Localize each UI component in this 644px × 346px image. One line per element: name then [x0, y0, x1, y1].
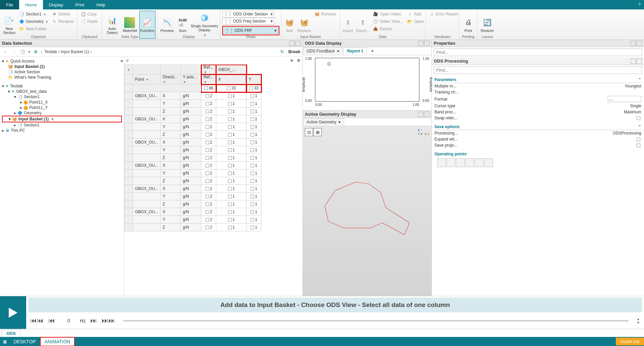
table-row[interactable]: Zg/N211 — [125, 200, 261, 208]
tree-gbox-data[interactable]: ▾✕GBOX_test_data — [2, 89, 122, 94]
cursor-type-value[interactable]: Single — [630, 104, 641, 108]
tab-display[interactable]: Display — [43, 0, 70, 9]
remove-basket-button[interactable]: 🧺Remove — [313, 11, 337, 17]
table-row[interactable]: GBOX_OU...Xg/N211 — [125, 92, 261, 100]
add-col-icon[interactable]: ＋ — [289, 57, 294, 64]
collapse-tree[interactable]: ◂ — [120, 58, 123, 63]
ods-freq-dropdown[interactable]: ⋮⋮ ODS Freq Section▾ — [222, 18, 274, 25]
table-row[interactable]: GBOX_OU...Xg/N211 — [125, 185, 261, 193]
filter-icon[interactable]: ▿ — [126, 58, 129, 63]
open-data-button[interactable]: 📂Open — [406, 18, 425, 25]
tab-help[interactable]: Help — [90, 0, 111, 9]
collapse-params[interactable]: ⌃ — [638, 77, 641, 82]
tree-this-pc[interactable]: ▸🖥This PC — [2, 128, 122, 133]
delete-button[interactable]: ✖Delete — [50, 11, 75, 17]
table-row[interactable]: GBOX_OU...Xg/N211 — [125, 162, 261, 169]
active-geometry-dropdown[interactable]: Active Geometry ▾ — [303, 118, 344, 125]
ag-hbtn-2[interactable] — [424, 112, 429, 117]
status-grid-icon[interactable]: ▦ — [0, 337, 9, 346]
tab-file[interactable]: File — [0, 0, 19, 9]
tree-p11x[interactable]: ▸⬤Point11_X — [2, 100, 122, 105]
rename-button[interactable]: ✎Rename — [50, 18, 75, 25]
reload-icon[interactable]: ↻ — [279, 48, 286, 55]
ag-hbtn-1[interactable] — [418, 112, 423, 117]
table-row[interactable]: Yg/N211 — [125, 169, 261, 177]
prev-button[interactable]: ⏮ — [48, 317, 55, 324]
gear-icon[interactable]: ⚙ — [297, 58, 301, 63]
odsp-hbtn-1[interactable] — [631, 59, 636, 64]
rewind-button[interactable]: ⏮⏮ — [30, 317, 44, 324]
ods-frf-dropdown[interactable]: ⋮⋮ ODS FRF▾ — [224, 27, 278, 34]
breadcrumb-path[interactable]: Testlab › Input Basket (1) › — [44, 49, 277, 54]
table-row[interactable]: Yg/N211 — [125, 100, 261, 108]
help-icon[interactable]: ? — [635, 0, 644, 9]
tab-home[interactable]: Home — [19, 0, 43, 9]
paste-button[interactable]: 📄Paste — [79, 18, 99, 25]
copy-button[interactable]: 📋Copy — [79, 11, 99, 17]
multiple-m-value[interactable]: Youngest — [625, 84, 641, 88]
ods-hbtn-2[interactable] — [424, 41, 429, 46]
bottom-tab-ods[interactable]: ODS — [1, 330, 21, 337]
panel-btn-2[interactable] — [295, 41, 301, 46]
section-dropdown[interactable]: 📑Section1 — [18, 11, 49, 17]
tab-add[interactable]: ＋ — [368, 47, 377, 55]
tree-ib-section1[interactable]: ▸📑Section1 — [2, 122, 122, 128]
collapse-save[interactable]: ⌃ — [638, 124, 641, 129]
tree-input-basket[interactable]: 🧺Input Basket (1) — [2, 64, 122, 69]
table-row[interactable]: GBOX_OU...Xg/N211 — [125, 139, 261, 146]
status-desktop[interactable]: DESKTOP — [9, 338, 40, 346]
prop-hbtn-1[interactable] — [631, 41, 636, 46]
refresh-history-icon[interactable]: 🕐 — [19, 48, 26, 55]
add-data-button[interactable]: ＋Add — [406, 11, 425, 17]
open-video-button[interactable]: 🎥Open Video — [372, 11, 405, 17]
home-icon[interactable]: 🖥 — [32, 48, 39, 55]
prop-hbtn-2[interactable] — [637, 41, 642, 46]
table-row[interactable]: Zg/N211 — [125, 154, 261, 162]
geometry-dropdown[interactable]: 🔷Geometry — [18, 18, 49, 25]
table-row[interactable]: Yg/N211 — [125, 123, 261, 131]
ods-order-dropdown[interactable]: ⋮⋮ ODS Order Section▾ — [222, 11, 274, 17]
table-row[interactable]: Zg/N211 — [125, 177, 261, 185]
properties-find-input[interactable] — [434, 48, 642, 56]
table-row[interactable]: Yg/N211 — [125, 193, 261, 200]
tree-testlab[interactable]: ▾✕Testlab — [2, 83, 122, 89]
extract-button[interactable]: 📤Extract — [372, 26, 405, 32]
play-button[interactable] — [0, 296, 26, 329]
video-time-button[interactable]: 🕐Video Time... — [372, 18, 405, 25]
ods-hbtn-1[interactable] — [418, 41, 423, 46]
tab-report1[interactable]: Report 1 — [343, 47, 367, 54]
tab-print[interactable]: Print — [69, 0, 90, 9]
table-row[interactable]: Zg/N211 — [125, 108, 261, 115]
geometry-canvas[interactable]: ⊡ ⊞ z ↑ x ↙ ↘ y — [303, 126, 431, 296]
tab-ods-frontback[interactable]: ODS FrontBack ▾ — [303, 47, 343, 54]
op-icon-4[interactable] — [465, 158, 474, 167]
panel-btn-1[interactable] — [289, 41, 294, 46]
add-row-icon[interactable]: ＋ — [127, 67, 131, 72]
playback-slider[interactable] — [123, 320, 629, 321]
table-row[interactable]: Zg/N211 — [125, 224, 261, 231]
chart-box[interactable]: 1.00 0.00 1.00 0.00 0.00 1.00 — [315, 58, 419, 102]
op-icon-3[interactable] — [456, 158, 465, 167]
ods-processing-find-input[interactable] — [434, 66, 642, 74]
swap-check[interactable] — [637, 116, 640, 120]
tree-active-section[interactable]: 📑Active Section — [2, 69, 122, 75]
guide-me-button[interactable]: Guide me — [616, 338, 644, 345]
table-row[interactable]: Yg/N211 — [125, 216, 261, 224]
back-icon[interactable]: ← — [2, 48, 9, 55]
error-report-button[interactable]: ⚠Error Report — [428, 11, 459, 17]
tree-input-basket-hl[interactable]: ▾🧺Input Basket (1)↖ — [2, 116, 122, 122]
band-proc-value[interactable]: Maximum — [624, 110, 641, 114]
tree-section1[interactable]: ▾📑Section1 — [2, 94, 122, 100]
fastfwd-button[interactable]: ⏭⏭ — [102, 317, 115, 324]
table-row[interactable]: Yg/N211 — [125, 146, 261, 154]
processing-value[interactable]: ODSProcessing — [613, 131, 641, 136]
table-row[interactable]: GBOX_OU...Xg/N211 — [125, 208, 261, 216]
table-row[interactable]: Zg/N211 — [125, 131, 261, 139]
op-icon-1[interactable] — [437, 158, 446, 167]
op-icon-5[interactable] — [475, 158, 484, 167]
table-row[interactable]: GBOX_OU...Xg/N211 — [125, 115, 261, 123]
format-input[interactable] — [608, 96, 641, 102]
right-arrows[interactable]: ▲▼ — [637, 317, 640, 324]
status-animation[interactable]: ANIMATION — [40, 337, 75, 346]
break-button[interactable]: Break — [288, 49, 301, 54]
